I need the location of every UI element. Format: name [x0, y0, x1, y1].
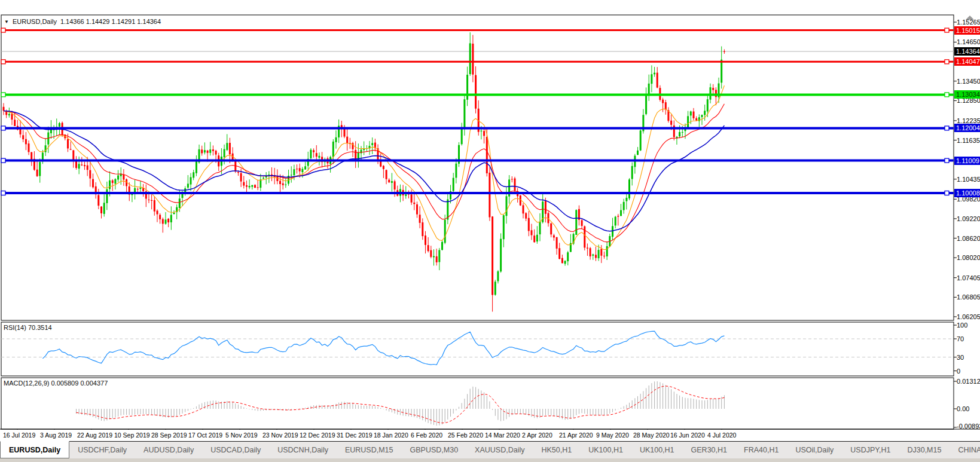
- date-label: 2 Apr 2020: [522, 432, 552, 439]
- price-tick-label: 1.07405: [957, 274, 980, 282]
- chart-ohlc-values: 1.14366 1.14429 1.14291 1.14364: [60, 18, 161, 25]
- date-label: 6 Feb 2020: [411, 432, 442, 439]
- chart-tab-audusd-daily[interactable]: AUDUSD,Daily: [135, 442, 202, 458]
- chart-tab-usdcnh-daily[interactable]: USDCNH,Daily: [269, 442, 337, 458]
- price-tick-label: 1.14650: [957, 38, 980, 45]
- date-label: 4 Jul 2020: [707, 432, 736, 439]
- price-tick-label: 1.09220: [957, 215, 980, 222]
- date-label: 25 Feb 2020: [448, 432, 483, 439]
- chart-tab-eurusd-m15[interactable]: EURUSD,M15: [337, 442, 402, 458]
- chart-tab-usdcad-daily[interactable]: USDCAD,Daily: [202, 442, 269, 458]
- date-label: 9 May 2020: [596, 432, 629, 439]
- date-label: 12 Dec 2019: [300, 432, 335, 439]
- date-label: 18 Jan 2020: [374, 432, 408, 439]
- chart-tab-eurusd-daily[interactable]: EURUSD,Daily: [0, 441, 69, 458]
- price-tick-label: 1.13450: [957, 78, 980, 85]
- macd-indicator-label: MACD(12,26,9) 0.005809 0.004377: [4, 380, 108, 387]
- chart-tab-fra40-h1[interactable]: FRA40,H1: [735, 442, 787, 458]
- chart-tab-uk100-h1[interactable]: UK100,H1: [631, 442, 683, 458]
- date-label: 21 Apr 2020: [559, 432, 593, 439]
- macd-level-label: -0.008933: [957, 423, 980, 430]
- date-label: 5 Nov 2019: [225, 432, 258, 439]
- mt4-terminal-window: { "toolbar": { "caret": "▾", "cursor_too…: [0, 0, 980, 462]
- price-tick-label: 1.11635: [957, 137, 980, 144]
- macd-level-label: 0.013121: [957, 378, 980, 385]
- macd-level-label: 0.00: [957, 405, 969, 412]
- rsi-level-label: 30: [957, 354, 964, 361]
- rsi-level-label: 70: [957, 335, 964, 342]
- date-label: 10 Sep 2019: [114, 432, 150, 439]
- date-label: 16 Jun 2020: [670, 432, 705, 439]
- chart-tab-xauusd-daily[interactable]: XAUUSD,Daily: [466, 442, 533, 458]
- date-label: 3 Aug 2019: [40, 432, 72, 439]
- rsi-level-label: 0: [957, 368, 960, 375]
- price-tick-label: 1.10435: [957, 176, 980, 183]
- time-axis[interactable]: 16 Jul 20193 Aug 201922 Aug 201910 Sep 2…: [0, 430, 980, 441]
- price-tick-label: 1.06805: [957, 293, 980, 301]
- rsi-indicator-label: RSI(14) 70.3514: [4, 324, 52, 331]
- chart-tab-uk100-h1[interactable]: UK100,H1: [580, 442, 631, 458]
- chart-tab-usdjpy-h1[interactable]: USDJPY,H1: [842, 442, 899, 458]
- chart-symbol-label: EURUSD,Daily: [13, 18, 57, 25]
- date-label: 14 Mar 2020: [485, 432, 520, 439]
- chart-tab-dj30-m15[interactable]: DJ30,M15: [899, 442, 950, 458]
- price-tick-label: 1.15265: [957, 19, 980, 26]
- line-price-label: 1.11009: [954, 157, 980, 165]
- line-price-label: 1.10008: [954, 189, 980, 197]
- chart-header: ▼ EURUSD,Daily 1.14366 1.14429 1.14291 1…: [4, 18, 161, 25]
- chart-canvas[interactable]: [0, 0, 980, 462]
- line-price-label: 1.12004: [954, 124, 980, 132]
- date-label: 22 Aug 2019: [77, 432, 112, 439]
- price-tick-label: 1.08620: [957, 235, 980, 242]
- current-price-label: 1.14364: [954, 47, 980, 56]
- price-tick-label: 1.06205: [957, 313, 980, 320]
- date-label: 28 Sep 2019: [151, 432, 187, 439]
- chart-tab-bar: EURUSD,DailyUSDCHF,DailyAUDUSD,DailyUSDC…: [0, 441, 980, 458]
- date-label: 28 May 2020: [633, 432, 670, 439]
- chart-tab-hk50-h1[interactable]: HK50,H1: [533, 442, 580, 458]
- price-axis[interactable]: 1.152651.146501.134501.128501.122351.116…: [954, 15, 980, 429]
- chart-tab-gbpusd-m30[interactable]: GBPUSD,M30: [402, 442, 467, 458]
- date-label: 31 Dec 2019: [337, 432, 373, 439]
- price-tick-label: 1.12235: [957, 117, 980, 124]
- chart-tab-usoil-daily[interactable]: USOil,Daily: [787, 442, 842, 458]
- line-price-label: 1.14047: [954, 57, 980, 66]
- date-label: 16 Jul 2019: [3, 432, 35, 439]
- line-price-label: 1.13034: [954, 90, 980, 99]
- window-bottom-strip: [0, 458, 980, 462]
- chart-tab-usdchf-daily[interactable]: USDCHF,Daily: [69, 442, 135, 458]
- rsi-level-label: 100: [957, 322, 967, 329]
- collapse-icon[interactable]: ▼: [4, 19, 9, 25]
- chart-tab-ger30-h1[interactable]: GER30,H1: [683, 442, 735, 458]
- line-price-label: 1.15015: [954, 26, 980, 35]
- chart-tab-china300-h4[interactable]: CHINA300,H4: [950, 442, 980, 458]
- date-label: 23 Nov 2019: [262, 432, 298, 439]
- price-tick-label: 1.08020: [957, 254, 980, 261]
- date-label: 17 Oct 2019: [188, 432, 222, 439]
